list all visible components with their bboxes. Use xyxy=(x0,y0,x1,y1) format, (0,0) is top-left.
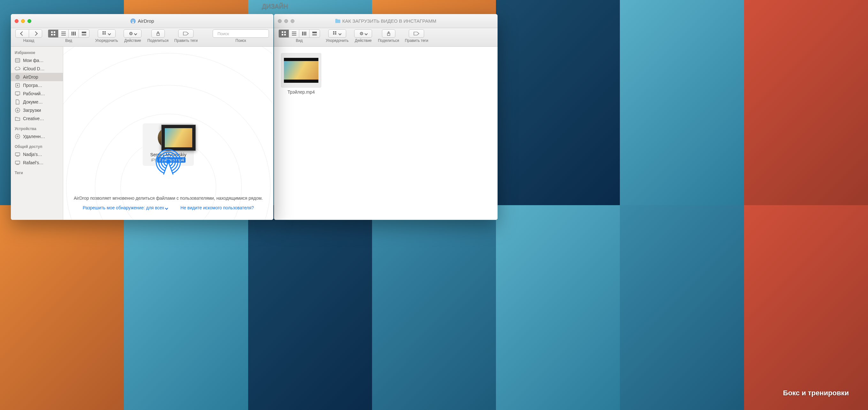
sidebar-item[interactable]: Загрузки xyxy=(11,106,63,114)
chevron-right-icon xyxy=(33,31,38,36)
sidebar-item-label: Rafael's… xyxy=(23,160,43,165)
finder-window-folder[interactable]: КАК ЗАГРУЗИТЬ ВИДЕО В ИНСТАГРАММ Вид Упо… xyxy=(274,14,498,220)
svg-rect-38 xyxy=(102,31,104,33)
minimize-button[interactable] xyxy=(284,19,288,23)
svg-rect-13 xyxy=(312,34,317,35)
airdrop-logo-icon xyxy=(155,148,182,175)
tags-button[interactable] xyxy=(409,29,424,38)
sidebar-item[interactable]: Мои фа… xyxy=(11,56,63,64)
computer-icon xyxy=(15,160,21,166)
svg-rect-32 xyxy=(71,32,72,35)
svg-rect-1 xyxy=(335,19,338,20)
sidebar-item[interactable]: AirDrop xyxy=(11,73,63,81)
svg-rect-3 xyxy=(284,31,286,33)
gear-icon xyxy=(359,31,364,36)
svg-rect-54 xyxy=(15,92,20,95)
sidebar-item-label: Рабочий… xyxy=(23,91,45,96)
view-list-button[interactable] xyxy=(58,30,69,37)
svg-rect-14 xyxy=(312,35,317,36)
view-icon-button[interactable] xyxy=(279,30,289,37)
sidebar-item[interactable]: iCloud D… xyxy=(11,64,63,73)
tags-button[interactable] xyxy=(178,29,193,38)
toolbar-label-tags: Править теги xyxy=(405,38,428,43)
svg-rect-34 xyxy=(75,32,76,35)
svg-rect-39 xyxy=(104,31,106,33)
view-column-button[interactable] xyxy=(69,30,79,37)
toolbar-label-share: Поделиться xyxy=(147,38,168,43)
close-button[interactable] xyxy=(15,19,19,23)
tag-icon xyxy=(413,32,419,35)
sidebar-item-label: Загрузки xyxy=(23,108,41,113)
arrange-button[interactable] xyxy=(328,29,346,38)
search-box[interactable] xyxy=(213,29,269,38)
share-icon xyxy=(386,31,391,36)
finder-window-airdrop[interactable]: AirDrop Назад Вид Упорядочить xyxy=(11,14,273,220)
toolbar-label-search: Поиск xyxy=(235,38,246,43)
sidebar-item[interactable]: Rafael's… xyxy=(11,158,63,167)
window-controls xyxy=(15,19,31,23)
window-title: КАК ЗАГРУЗИТЬ ВИДЕО В ИНСТАГРАММ xyxy=(335,18,436,24)
action-button[interactable] xyxy=(124,29,142,38)
svg-rect-26 xyxy=(54,31,55,33)
folder-icon xyxy=(335,19,340,23)
svg-rect-47 xyxy=(15,58,20,62)
forward-button[interactable] xyxy=(29,29,42,38)
sidebar-header: Общий доступ xyxy=(11,143,63,150)
dragged-file-thumb[interactable] xyxy=(161,125,196,151)
applications-icon xyxy=(15,83,21,88)
action-button[interactable] xyxy=(354,29,372,38)
desktop-folder-label: ДИЗАЙН xyxy=(262,3,288,10)
svg-rect-5 xyxy=(284,34,286,35)
svg-rect-40 xyxy=(102,33,104,34)
minimize-button[interactable] xyxy=(21,19,25,23)
folder-icon xyxy=(15,116,21,121)
sidebar-item-label: iCloud D… xyxy=(23,66,45,71)
svg-rect-31 xyxy=(61,35,66,35)
share-button[interactable] xyxy=(151,29,165,38)
view-icon-button[interactable] xyxy=(48,30,58,37)
nav-buttons xyxy=(15,29,42,38)
svg-rect-25 xyxy=(51,31,53,33)
close-button[interactable] xyxy=(278,19,282,23)
search-input[interactable] xyxy=(217,31,271,36)
sidebar-item[interactable]: Докуме… xyxy=(11,98,63,106)
sidebar-item-label: Програ… xyxy=(23,83,42,88)
sidebar-item[interactable]: Рабочий… xyxy=(11,89,63,98)
disc-icon xyxy=(15,134,21,139)
share-button[interactable] xyxy=(382,29,395,38)
svg-rect-61 xyxy=(15,161,20,164)
svg-rect-10 xyxy=(304,32,305,35)
sidebar-item[interactable]: Nadja's… xyxy=(11,150,63,158)
view-list-button[interactable] xyxy=(289,30,299,37)
chevron-left-icon xyxy=(20,31,24,36)
svg-rect-11 xyxy=(305,32,306,35)
arrange-icon xyxy=(333,31,338,36)
sidebar-header: Избранное xyxy=(11,49,63,56)
svg-point-43 xyxy=(130,33,131,34)
zoom-button[interactable] xyxy=(290,19,294,23)
airdrop-pane[interactable]: Sergey Mysovskiy iPhТрэйлер.mp4 xyxy=(63,47,273,220)
titlebar[interactable]: AirDrop xyxy=(11,14,273,28)
titlebar[interactable]: КАК ЗАГРУЗИТЬ ВИДЕО В ИНСТАГРАММ xyxy=(274,14,498,28)
svg-rect-28 xyxy=(54,34,55,35)
view-column-button[interactable] xyxy=(299,30,309,37)
arrange-icon xyxy=(102,31,107,36)
arrange-button[interactable] xyxy=(98,29,116,38)
view-coverflow-button[interactable] xyxy=(79,30,89,37)
window-title: AirDrop xyxy=(130,18,154,24)
zoom-button[interactable] xyxy=(28,19,31,23)
sidebar-item[interactable]: Удаленн… xyxy=(11,132,63,141)
view-coverflow-button[interactable] xyxy=(309,30,320,37)
back-button[interactable] xyxy=(15,29,29,38)
sidebar[interactable]: ИзбранноеМои фа…iCloud D…AirDropПрогра…Р… xyxy=(11,47,63,220)
window-controls xyxy=(278,19,294,23)
sidebar-item[interactable]: Програ… xyxy=(11,81,63,89)
toolbar-label-view: Вид xyxy=(296,38,303,43)
help-link[interactable]: Не видите искомого пользователя? xyxy=(180,205,254,210)
file-item[interactable]: Трэйлер.mp4 xyxy=(280,53,322,95)
airdrop-icon xyxy=(130,18,136,24)
sidebar-item[interactable]: Creative… xyxy=(11,114,63,123)
svg-rect-12 xyxy=(312,32,317,33)
discover-link[interactable]: Разрешить мое обнаружение: для всех xyxy=(83,205,168,210)
icon-view[interactable]: Трэйлер.mp4 xyxy=(274,47,498,220)
